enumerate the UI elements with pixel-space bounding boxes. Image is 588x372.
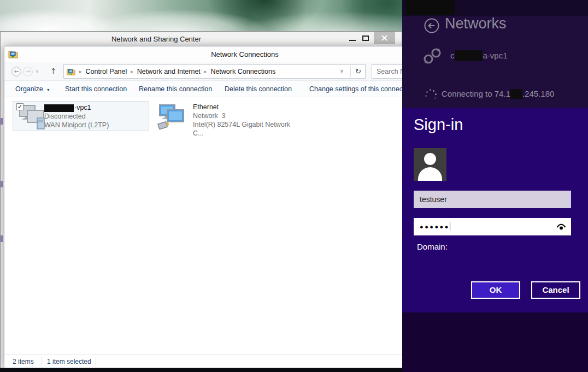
redaction-box [44,104,74,112]
avatar [414,148,446,181]
signin-section: Sign-in testuser ●●●●●● Domain: OK Cance… [402,108,588,312]
connection-network: Network 3 [193,111,295,120]
signin-title: Sign-in [414,116,463,134]
connection-status: Disconnected [44,112,109,121]
redaction-box [455,50,483,61]
panel-top-section: Networks ca-vpc1 Connectin [402,0,588,108]
maximize-icon[interactable] [362,36,369,41]
nsc-titlebar[interactable]: Network and Sharing Center [1,32,402,46]
crumb-separator-icon: ▸ [204,69,207,74]
redaction-box [510,89,522,99]
password-mask: ●●●●●● [414,218,450,235]
status-separator [42,357,42,365]
recent-pages-chevron-icon[interactable]: ∨ [36,69,39,74]
domain-label: Domain: [417,242,448,251]
connection-name: Ethernet [193,103,295,111]
close-button[interactable] [374,32,395,44]
divider [350,66,351,77]
avatar-head [424,153,436,165]
chevron-down-icon: ▾ [47,87,49,92]
delete-connection-command[interactable]: Delete this connection [225,81,292,97]
spinner-icon [424,88,437,102]
back-button[interactable] [424,18,439,33]
connection-device: WAN Miniport (L2TP) [44,121,109,129]
clipped-icon-fragment [1,118,3,125]
text-cursor [450,222,451,231]
start-connection-command[interactable]: Start this connection [65,81,127,97]
selected-count: 1 item selected [47,358,91,365]
avatar-body [418,167,442,181]
connection-device: Intel(R) 82574L Gigabit Network C... [193,120,295,138]
cancel-button[interactable]: Cancel [531,281,580,299]
reveal-password-icon[interactable] [556,223,566,231]
connection-name: -vpc1 [44,103,109,112]
connecting-status-text: Connecting to 74.1.245.180 [442,89,588,99]
nsc-window-title: Network and Sharing Center [88,35,225,43]
address-box[interactable]: ▸ Control Panel ▸ Network and Internet ▸… [63,64,366,79]
minimize-icon[interactable] [349,40,356,41]
back-icon[interactable]: ← [11,67,21,76]
breadcrumb-network-connections[interactable]: Network Connections [210,68,275,75]
username-value: testuser [414,191,571,208]
vpn-icon [422,46,443,66]
change-settings-command[interactable]: Change settings of this connection [309,81,414,97]
ok-button[interactable]: OK [471,281,520,299]
vpn-network-item[interactable]: ca-vpc1 [422,46,508,66]
selected-checkbox[interactable]: ✓ [16,103,23,110]
rename-connection-command[interactable]: Rename this connection [139,81,212,97]
panel-title: Networks [445,15,507,32]
redaction-box [405,0,455,15]
desktop: Network and Sharing Center Network Conne… [0,0,588,372]
ethernet-connection-icon [157,103,188,129]
clipped-icon-fragment [1,181,3,187]
up-icon[interactable]: ↑ [50,67,57,75]
vpn-name: ca-vpc1 [450,50,508,61]
username-field[interactable]: testuser [414,191,571,208]
crumb-separator-icon: ▸ [131,69,133,74]
breadcrumb-control-panel[interactable]: Control Panel [86,68,127,75]
connection-item-vpn[interactable]: ✓ -vpc1 Disconnected WAN Miniport (L2TP) [13,101,149,131]
panel-bottom-section [402,312,588,372]
clipped-icon-fragment [1,235,3,242]
connection-item-text: -vpc1 Disconnected WAN Miniport (L2TP) [44,103,109,129]
address-dropdown-icon[interactable]: ∨ [340,68,344,74]
close-icon [381,35,387,41]
refresh-icon[interactable]: ↻ [355,67,361,75]
networks-flyout-panel: Networks ca-vpc1 Connectin [402,0,588,372]
connection-item-ethernet[interactable]: Ethernet Network 3 Intel(R) 82574L Gigab… [155,101,295,131]
crumb-separator-icon: ▸ [79,69,82,74]
organize-menu[interactable]: Organize ▾ [15,81,49,97]
network-folder-icon [67,67,75,76]
breadcrumb-network-and-internet[interactable]: Network and Internet [137,68,201,75]
breadcrumb: ▸ Control Panel ▸ Network and Internet ▸… [67,65,275,78]
status-separator [96,357,96,365]
connection-item-text: Ethernet Network 3 Intel(R) 82574L Gigab… [193,103,295,138]
forward-icon[interactable]: → [23,67,33,76]
password-field[interactable]: ●●●●●● [414,218,571,235]
items-count: 2 items [13,358,34,365]
organize-label: Organize [15,85,43,93]
